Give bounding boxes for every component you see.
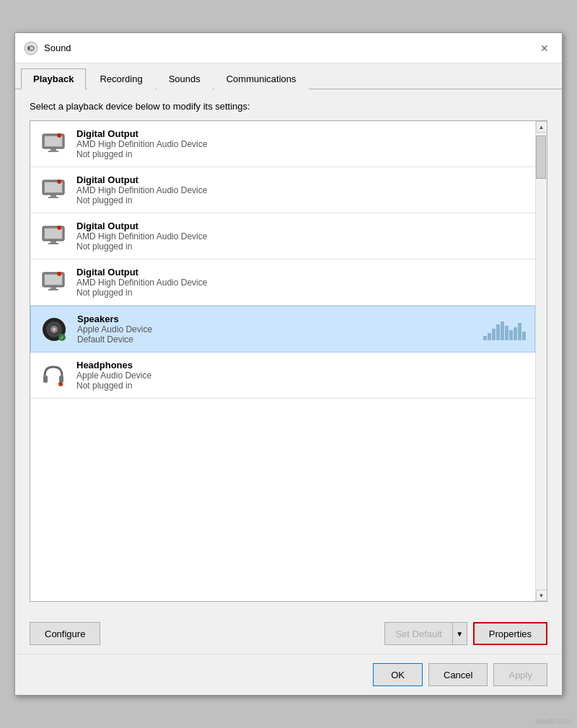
monitor-icon: ↓ [40,270,66,296]
device-name: Digital Output [76,174,527,185]
device-name: Digital Output [76,267,527,278]
scrollbar[interactable]: ▲ ▼ [535,121,547,601]
monitor-icon: ↓ [40,177,66,203]
list-item[interactable]: ↓ Digital Output AMD High Definition Aud… [30,167,535,213]
svg-text:↓: ↓ [57,179,59,184]
svg-rect-23 [48,289,58,290]
dialog-footer: OK Cancel Apply [15,654,562,695]
watermark: wsxdn.com [535,717,571,725]
device-name: Digital Output [76,128,527,139]
svg-rect-11 [48,197,58,198]
list-item[interactable]: ↓ Digital Output AMD High Definition Aud… [30,121,535,167]
svg-rect-9 [45,182,62,192]
tab-bar: Playback Recording Sounds Communications [15,63,562,89]
device-info: Digital Output AMD High Definition Audio… [76,174,527,205]
device-info-headphones: Headphones Apple Audio Device Not plugge… [76,360,527,391]
device-sub-headphones: Apple Audio Device [76,370,527,381]
svg-point-0 [25,42,38,55]
svg-text:↓: ↓ [57,226,59,230]
dialog-title: Sound [44,43,530,53]
device-sub: AMD High Definition Audio Device [76,278,527,288]
svg-text:✓: ✓ [60,334,64,339]
sound-bars [483,319,526,340]
device-icon-monitor: ↓ [39,130,68,159]
scroll-down-button[interactable]: ▼ [536,590,547,601]
svg-rect-3 [45,136,62,146]
scroll-track[interactable] [536,133,547,590]
svg-rect-32 [43,376,48,383]
list-item[interactable]: ↓ Digital Output AMD High Definition Aud… [30,259,535,306]
device-info: Digital Output AMD High Definition Audio… [76,128,527,159]
device-name-headphones: Headphones [76,360,527,370]
tab-playback[interactable]: Playback [21,68,86,89]
scroll-up-button[interactable]: ▲ [536,121,547,133]
device-icon-speaker: ✓ [40,315,69,344]
device-icon-monitor4: ↓ [39,268,68,297]
device-status: Not plugged in [76,241,527,252]
device-sub: AMD High Definition Audio Device [76,185,527,195]
tab-recording[interactable]: Recording [87,68,154,89]
ok-button[interactable]: OK [373,663,423,686]
sound-icon [24,41,38,56]
list-item[interactable]: ↓ Headphones Apple Audio Device Not plug… [30,352,535,399]
device-name: Digital Output [76,221,527,231]
svg-text:↓: ↓ [57,272,59,276]
monitor-icon: ↓ [40,223,66,249]
headphone-icon: ↓ [40,363,66,389]
device-icon-monitor2: ↓ [39,176,68,205]
scroll-thumb[interactable] [536,136,546,179]
device-list[interactable]: ↓ Digital Output AMD High Definition Aud… [30,121,535,601]
svg-point-1 [27,46,30,50]
apply-button[interactable]: Apply [493,663,547,686]
device-status: Not plugged in [76,149,527,159]
device-status-headphones: Not plugged in [76,381,527,391]
sound-dialog: Sound ✕ Playback Recording Sounds Commun… [14,32,563,696]
device-name-speakers: Speakers [77,314,475,324]
cancel-button[interactable]: Cancel [428,663,488,686]
svg-rect-5 [48,151,58,152]
svg-rect-21 [45,275,62,285]
svg-rect-15 [45,228,62,239]
svg-rect-10 [50,195,56,197]
svg-text:↓: ↓ [59,382,61,386]
device-sub: AMD High Definition Audio Device [76,139,527,149]
svg-rect-22 [50,287,56,289]
title-bar: Sound ✕ [15,33,562,63]
svg-text:↓: ↓ [57,133,59,138]
device-icon-headphone: ↓ [39,361,68,390]
speaker-icon: ✓ [41,316,67,342]
device-info-speakers: Speakers Apple Audio Device Default Devi… [77,314,475,345]
tab-communications[interactable]: Communications [214,68,309,89]
device-info: Digital Output AMD High Definition Audio… [76,221,527,252]
list-item-selected[interactable]: ✓ Speakers Apple Audio Device Default De… [30,306,535,352]
svg-rect-4 [50,148,56,151]
device-status-speakers: Default Device [77,334,475,345]
main-content: Select a playback device below to modify… [15,89,562,613]
set-default-group: Set Default ▼ [384,622,467,645]
list-item[interactable]: ↓ Digital Output AMD High Definition Aud… [30,213,535,259]
device-sub: AMD High Definition Audio Device [76,231,527,241]
svg-rect-16 [50,241,56,243]
configure-button[interactable]: Configure [30,622,100,645]
device-info: Digital Output AMD High Definition Audio… [76,267,527,298]
set-default-button[interactable]: Set Default [384,622,452,645]
set-default-dropdown[interactable]: ▼ [453,622,467,645]
tab-sounds[interactable]: Sounds [157,68,213,89]
device-icon-monitor3: ↓ [39,222,68,251]
close-button[interactable]: ✕ [536,40,553,57]
device-list-container: ↓ Digital Output AMD High Definition Aud… [30,120,547,602]
properties-button[interactable]: Properties [473,622,547,645]
device-buttons: Configure Set Default ▼ Properties [15,613,562,654]
device-status: Not plugged in [76,195,527,205]
device-status: Not plugged in [76,288,527,298]
svg-point-29 [53,328,56,331]
instruction-text: Select a playback device below to modify… [30,101,547,112]
device-sub-speakers: Apple Audio Device [77,324,475,334]
svg-rect-17 [48,243,58,244]
monitor-icon: ↓ [40,131,66,157]
